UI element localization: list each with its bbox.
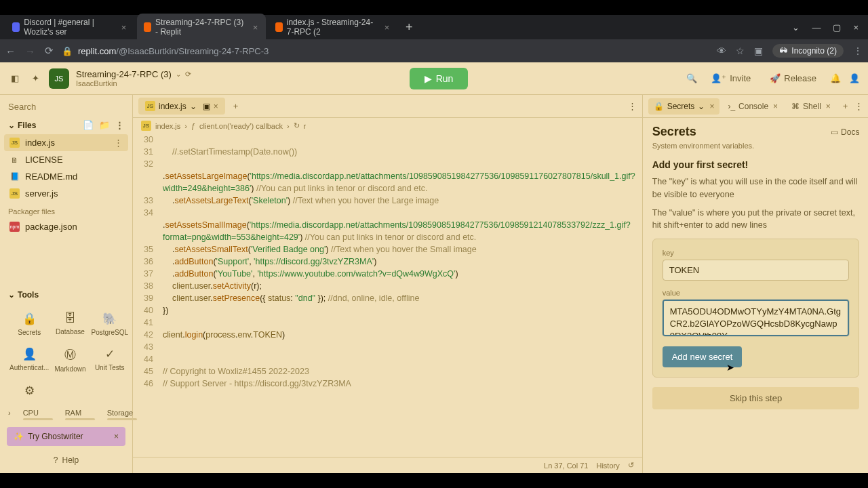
more-icon[interactable]: ⋮ — [628, 101, 637, 111]
editor-statusbar: Ln 37, Col 71 History ↺ — [133, 457, 642, 473]
bell-icon[interactable]: 🔔 — [830, 73, 841, 83]
help-text: The "key" is what you will use in the co… — [652, 176, 860, 201]
check-icon: ✓ — [105, 347, 115, 361]
lock-icon: 🔒 — [654, 102, 664, 111]
section-heading: Add your first secret! — [652, 159, 860, 170]
postgres-icon: 🐘 — [102, 312, 117, 326]
book-icon: ▭ — [831, 127, 838, 137]
tab-shell[interactable]: ⌘Shell× — [786, 98, 836, 115]
tool-unit-tests[interactable]: ✓Unit Tests — [90, 343, 130, 377]
lock-icon: 🔒 — [62, 46, 73, 56]
readme-icon: 📘 — [9, 171, 20, 182]
cursor-position[interactable]: Ln 37, Col 71 — [544, 462, 588, 470]
secret-value-input[interactable]: MTA5ODU4ODMwOTYyMzY4MTA0NA.GtgCR2.b2GlAY… — [663, 300, 850, 336]
docs-link[interactable]: ▭Docs — [831, 127, 859, 137]
new-tab-button[interactable]: + — [400, 20, 418, 35]
chevron-down-icon[interactable]: ⌄ — [792, 22, 800, 33]
tab-title: Discord | #general | Wozliz's ser — [24, 18, 116, 37]
more-icon[interactable]: ⋮ — [114, 138, 123, 148]
close-icon[interactable]: × — [252, 22, 259, 32]
secret-key-input[interactable] — [663, 260, 850, 281]
file-item[interactable]: npmpackage.json — [0, 218, 132, 235]
tool-postgresql[interactable]: 🐘PostgreSQL — [90, 308, 130, 340]
browser-tabbar: Discord | #general | Wozliz's ser × Stre… — [0, 15, 868, 39]
run-button[interactable]: ▶ Run — [410, 68, 469, 89]
code-area[interactable]: 30 31 //.setStartTimestamp(Date.now()) 3… — [133, 134, 642, 457]
maximize-icon[interactable]: ▢ — [833, 22, 841, 33]
file-item[interactable]: JSserver.js — [0, 185, 132, 202]
replit-logo-icon[interactable]: ✦ — [28, 72, 42, 85]
close-icon[interactable]: × — [214, 102, 218, 111]
chevron-down-icon[interactable]: ⌄ — [698, 102, 705, 111]
panel-title: Secrets — [652, 125, 696, 139]
files-header[interactable]: ⌄ Files 📄 📁 ⋮ — [0, 116, 132, 134]
invite-button[interactable]: 👤⁺Invite — [705, 70, 756, 87]
close-icon[interactable]: × — [709, 102, 714, 111]
lock-icon: 🔒 — [22, 312, 37, 326]
breadcrumb[interactable]: JS index.js › ƒ client.on('ready') callb… — [133, 118, 642, 134]
tool-secrets[interactable]: 🔒Secrets — [8, 308, 50, 340]
history-button[interactable]: History — [596, 462, 619, 470]
close-icon[interactable]: × — [120, 22, 127, 32]
browser-tab[interactable]: Discord | #general | Wozliz's ser × — [5, 14, 134, 41]
close-icon[interactable]: × — [383, 22, 391, 32]
chevron-down-icon[interactable]: ⌄ — [176, 70, 181, 78]
shell-icon: ⌘ — [791, 102, 800, 111]
incognito-badge[interactable]: 🕶 Incognito (2) — [772, 44, 844, 58]
tool-settings[interactable]: ⚙ — [8, 380, 50, 402]
reload-icon[interactable]: ⟳ — [45, 45, 54, 57]
file-item[interactable]: JSindex.js⋮ — [4, 134, 128, 151]
help-button[interactable]: ?Help — [0, 450, 132, 470]
file-item[interactable]: 🗎LICENSE — [0, 151, 132, 168]
replit-icon — [275, 22, 283, 32]
secrets-panel: 🔒Secrets⌄× ›_Console× ⌘Shell× + ⋮ Secret… — [643, 95, 868, 473]
history-icon[interactable]: ↺ — [628, 461, 634, 470]
new-file-icon[interactable]: 📄 — [83, 120, 94, 130]
close-window-icon[interactable]: × — [853, 22, 859, 33]
editor-tab[interactable]: JS index.js ⌄ ▣ × — [138, 98, 225, 115]
search-input[interactable]: Search — [0, 98, 132, 116]
console-icon: ›_ — [728, 102, 735, 111]
avatar-icon[interactable]: 👤 — [849, 73, 860, 83]
tool-database[interactable]: 🗄Database — [53, 308, 87, 340]
add-tab-icon[interactable]: + — [839, 101, 852, 111]
code-editor: JS index.js ⌄ ▣ × + ⋮ JS index.js › ƒ cl… — [133, 95, 643, 473]
file-item[interactable]: 📘README.md — [0, 168, 132, 185]
forward-icon[interactable]: → — [25, 45, 35, 57]
back-icon[interactable]: ← — [5, 45, 16, 57]
skip-button[interactable]: Skip this step — [652, 387, 860, 409]
close-icon[interactable]: × — [773, 102, 778, 111]
close-icon[interactable]: × — [826, 102, 831, 111]
search-icon[interactable]: 🔍 — [686, 73, 697, 83]
new-folder-icon[interactable]: 📁 — [99, 120, 110, 130]
close-icon[interactable]: × — [114, 432, 119, 441]
tab-console[interactable]: ›_Console× — [722, 98, 783, 115]
split-icon[interactable]: ▣ — [203, 102, 210, 111]
browser-tab[interactable]: Streaming-24-7-RPC (3) - Replit × — [137, 14, 266, 41]
gear-icon: ⚙ — [24, 384, 35, 398]
browser-tab[interactable]: index.js - Streaming-24-7-RPC (2 × — [269, 14, 397, 41]
chevron-down-icon[interactable]: ⌄ — [190, 102, 197, 111]
star-icon[interactable]: ☆ — [736, 45, 745, 56]
release-button[interactable]: 🚀Release — [764, 70, 822, 87]
refresh-icon[interactable]: ⟳ — [185, 70, 191, 79]
expand-icon[interactable]: › — [8, 409, 11, 420]
tab-secrets[interactable]: 🔒Secrets⌄× — [648, 98, 720, 115]
minimize-icon[interactable]: — — [812, 22, 821, 33]
sparkle-icon: ✨ — [14, 432, 24, 441]
eye-off-icon[interactable]: 👁 — [717, 45, 726, 56]
more-icon[interactable]: ⋮ — [854, 101, 863, 111]
file-icon: 🗎 — [9, 155, 20, 165]
sidebar-toggle-icon[interactable]: ◧ — [8, 72, 22, 85]
npm-icon: npm — [9, 222, 20, 232]
more-icon[interactable]: ⋮ — [115, 120, 124, 130]
menu-icon[interactable]: ⋮ — [853, 45, 863, 56]
add-tab-icon[interactable]: + — [229, 101, 243, 111]
tool-auth[interactable]: 👤Authenticat... — [8, 343, 50, 377]
tool-markdown[interactable]: ⓂMarkdown — [53, 343, 87, 377]
ghostwriter-banner[interactable]: ✨ Try Ghostwriter × — [7, 427, 125, 446]
url-field[interactable]: 🔒 replit.com/@IsaacBurtkin/Streaming-24-… — [62, 46, 709, 56]
tools-header[interactable]: ⌄ Tools — [0, 286, 132, 304]
incognito-icon: 🕶 — [779, 46, 787, 56]
panel-icon[interactable]: ▣ — [754, 45, 763, 56]
